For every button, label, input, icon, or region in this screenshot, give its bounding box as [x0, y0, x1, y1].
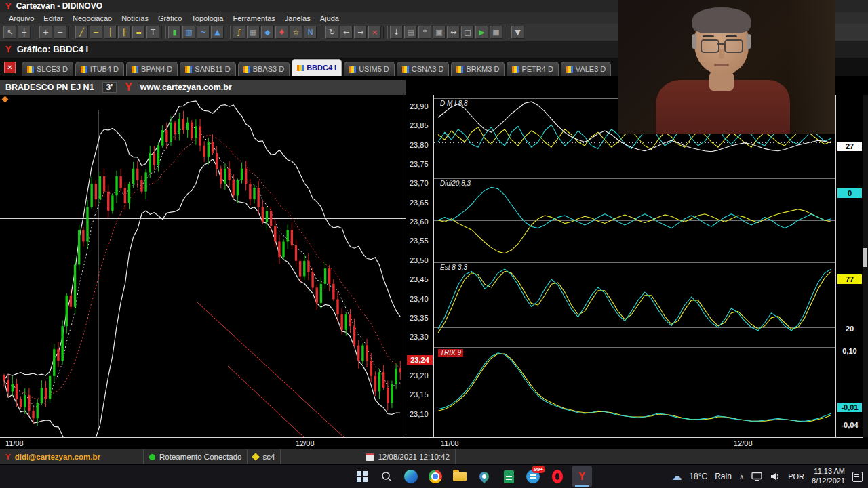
taskbar-clock[interactable]: 11:13 AM 8/12/2021 [812, 467, 845, 486]
price-axis-label: 23,30 [410, 333, 429, 341]
taskbar-app-explorer[interactable] [450, 466, 470, 487]
refresh-icon[interactable]: ↻ [326, 26, 338, 39]
mini-chart-icon [185, 66, 192, 73]
fibonacci-icon[interactable]: ≡ [132, 26, 145, 39]
tray-expand-icon[interactable]: ∧ [739, 473, 744, 481]
tab-label: SLCE3 D [37, 65, 68, 73]
menu-item-arquivo[interactable]: Arquivo [4, 14, 39, 23]
date-axis-label: 12/08 [296, 439, 315, 447]
close-tab-button[interactable]: ✕ [4, 62, 16, 73]
news-icon[interactable]: N [304, 26, 317, 39]
tab-bpan4-d[interactable]: BPAN4 D [126, 62, 178, 76]
lock-icon[interactable]: ■ [490, 26, 502, 39]
watchlist-icon[interactable]: ☆ [290, 26, 302, 39]
menu-item-negociacao[interactable]: Negociação [68, 14, 117, 23]
taskbar-app-sheets[interactable] [498, 466, 519, 487]
channel-icon[interactable]: ∥ [118, 26, 131, 39]
grid-icon[interactable]: ▦ [247, 26, 260, 39]
tab-bbdc4-i[interactable]: BBDC4 I [292, 59, 342, 76]
candlestick-icon[interactable]: ▮ [168, 26, 181, 39]
presenter-hair [692, 7, 751, 33]
taskbar-app-maps[interactable] [474, 466, 494, 487]
pointer-icon[interactable]: ↖ [3, 26, 16, 39]
alert-icon[interactable]: ♦ [275, 26, 288, 39]
dropdown-icon[interactable]: ▼ [511, 26, 524, 39]
indicator-label-est-8-3-3: Est 8-3,3 [438, 264, 469, 271]
menu-item-grafico[interactable]: Gráfico [153, 14, 186, 23]
tab-slce3-d[interactable]: SLCE3 D [22, 62, 73, 76]
taskbar-app-edge[interactable] [401, 466, 421, 487]
horizontal-line-icon[interactable]: ─ [90, 26, 102, 39]
tab-sanb11-d[interactable]: SANB11 D [180, 62, 235, 76]
tab-csna3-d[interactable]: CSNA3 D [397, 62, 450, 76]
layout-icon[interactable]: ▣ [433, 26, 446, 39]
weather-condition[interactable]: Rain [715, 472, 732, 481]
tab-vale3-d[interactable]: VALE3 D [561, 62, 611, 76]
price-axis[interactable]: 23,9023,8523,8023,7523,7023,6523,6023,55… [406, 95, 433, 437]
presenter-hair-right [747, 34, 751, 49]
volume-icon[interactable] [770, 472, 781, 481]
menu-item-janelas[interactable]: Janelas [280, 14, 315, 23]
mini-chart-icon [456, 66, 463, 73]
panes-right-border [835, 95, 836, 437]
language-indicator[interactable]: POR [788, 472, 804, 481]
taskbar: 99+ Y ☁ 18°C Rain ∧ POR 11:13 AM 8/12/20… [0, 464, 868, 488]
settings-icon[interactable]: * [418, 26, 431, 39]
tab-itub4-d[interactable]: ITUB4 D [75, 62, 124, 76]
weather-temperature[interactable]: 18°C [689, 472, 707, 481]
scrollbar-thumb[interactable] [863, 248, 867, 267]
timeframe-label[interactable]: 3' [102, 82, 117, 93]
indicator-value-badge: -0,01 [837, 403, 862, 412]
taskbar-app-cartezyan[interactable]: Y [572, 466, 592, 487]
tab-brkm3-d[interactable]: BRKM3 D [451, 62, 505, 76]
action-center-icon[interactable] [852, 472, 863, 482]
indicator-panes[interactable] [434, 95, 835, 437]
book-icon[interactable]: □ [461, 26, 474, 39]
clock-time: 11:13 AM [814, 467, 845, 476]
redo-icon[interactable]: → [354, 26, 367, 39]
price-axis-label: 23,75 [410, 160, 429, 168]
vertical-scrollbar[interactable] [863, 95, 868, 437]
ruler-icon[interactable]: ↔ [447, 26, 460, 39]
undo-icon[interactable]: ← [340, 26, 353, 39]
taskbar-app-chat[interactable]: 99+ [523, 466, 543, 487]
start-button[interactable] [352, 466, 372, 487]
area-chart-icon[interactable]: ▲ [211, 26, 224, 39]
windows-logo-icon [357, 471, 368, 482]
play-icon[interactable]: ▶ [475, 26, 488, 39]
tab-petr4-d[interactable]: PETR4 D [507, 62, 558, 76]
price-axis-label: 23,70 [410, 179, 429, 187]
menu-item-ajuda[interactable]: Ajuda [315, 14, 344, 23]
connection-status-cell: Roteamento Conectado [144, 449, 248, 464]
menu-item-editar[interactable]: Editar [39, 14, 68, 23]
menu-item-ferramentas[interactable]: Ferramentas [228, 14, 279, 23]
taskbar-app-chrome[interactable] [425, 466, 446, 487]
zoom-in-icon[interactable]: + [39, 26, 52, 39]
menu-item-noticias[interactable]: Notícias [117, 14, 153, 23]
tab-label: ITUB4 D [90, 65, 119, 73]
print-icon[interactable]: ▤ [404, 26, 417, 39]
vertical-line-icon[interactable]: │ [104, 26, 117, 39]
text-tool-icon[interactable]: T [146, 26, 159, 39]
toolbar-separator [505, 26, 509, 39]
search-button[interactable] [376, 466, 397, 487]
zoom-out-icon[interactable]: − [54, 26, 66, 39]
menu-item-topologia[interactable]: Topologia [186, 14, 228, 23]
save-icon[interactable]: ↓ [390, 26, 403, 39]
indicator-icon[interactable]: ƒ [233, 26, 245, 39]
tab-label: BRKM3 D [466, 65, 499, 73]
taskbar-app-opera[interactable] [547, 466, 568, 487]
compare-icon[interactable]: ◆ [261, 26, 274, 39]
date-axis-label: 11/08 [441, 439, 459, 447]
delete-icon[interactable]: × [368, 26, 381, 39]
candlestick-chart[interactable] [0, 95, 406, 437]
indicator-value-badge: 0 [837, 188, 862, 198]
tab-usim5-d[interactable]: USIM5 D [344, 62, 395, 76]
line-chart-icon[interactable]: ~ [197, 26, 210, 39]
trendline-icon[interactable]: ╱ [75, 26, 88, 39]
crosshair-icon[interactable]: ┼ [18, 26, 31, 39]
chart-header: BRADESCO PN EJ N1 3' Y www.cartezyan.com… [0, 80, 406, 95]
bar-chart-icon[interactable]: ▥ [182, 26, 195, 39]
network-icon[interactable] [751, 472, 762, 481]
tab-bbas3-d[interactable]: BBAS3 D [238, 62, 290, 76]
